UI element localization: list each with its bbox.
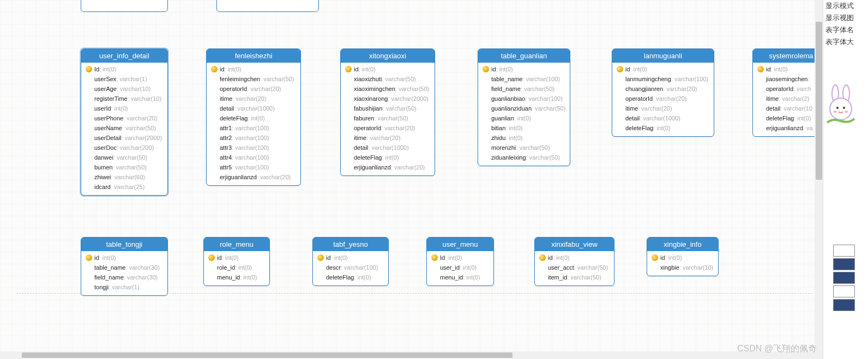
column-row[interactable]: deleteFlag: int(0) <box>316 272 385 282</box>
column-row[interactable]: xiaoxizhuti: varchar(50) <box>344 74 431 84</box>
table-header[interactable]: role_menu <box>204 238 269 251</box>
palette-swatch[interactable] <box>833 285 855 297</box>
table-table_tongji[interactable]: table_tongjiid: int(0)table_name: varcha… <box>81 237 168 296</box>
table-xingbie_info[interactable]: xingbie_infoid: int(0)xingbie: varchar(1… <box>647 237 719 276</box>
palette-swatch[interactable] <box>833 272 855 284</box>
column-row[interactable]: itime: varchar(20) <box>344 133 431 143</box>
table-header[interactable]: xitongxiaoxi <box>341 49 435 63</box>
column-row[interactable]: detail: varchar(1000) <box>344 143 431 153</box>
table-header[interactable]: table_guanlian <box>478 49 570 63</box>
column-row[interactable]: userSex: varchar(1) <box>85 74 164 84</box>
table-xinxifabu_view[interactable]: xinxifabu_viewid: int(0)user_acct: varch… <box>534 237 614 286</box>
column-row-pk[interactable]: id: int(0) <box>481 64 566 74</box>
vertical-scrollbar-thumb[interactable] <box>816 22 822 180</box>
table-tabf_yesno[interactable]: tabf_yesnoid: int(0)descr: varchar(100)d… <box>312 237 389 286</box>
column-row[interactable]: deleteFlag: int(0) <box>344 153 431 162</box>
column-row[interactable]: operatorId: varchar(20) <box>344 123 431 133</box>
column-row[interactable]: detail: varchar(1000) <box>210 104 297 113</box>
column-row[interactable]: field_name: varchar(50) <box>481 84 566 94</box>
table-header[interactable]: xingbie_info <box>647 238 718 251</box>
table-user_menu[interactable]: user_menuId: int(0)user_id: int(0)menu_i… <box>426 237 494 286</box>
column-row[interactable]: morenzhi: varchar(50) <box>481 143 566 153</box>
column-row[interactable]: menu_id: int(0) <box>430 272 490 282</box>
column-row[interactable]: userPhone: varchar(20) <box>85 113 164 123</box>
column-row[interactable]: attr2: varchar(100) <box>210 133 297 143</box>
column-row[interactable]: attr4: varchar(100) <box>210 153 297 162</box>
column-row-pk[interactable]: id: int(0) <box>210 64 297 74</box>
column-row[interactable]: guanlianziduan: varchar(50) <box>481 104 566 113</box>
column-row[interactable]: descr: varchar(100) <box>316 263 385 272</box>
column-row[interactable]: tongji: varchar(1) <box>85 282 164 292</box>
column-row[interactable]: xiaoximingchen: varchar(50) <box>344 84 431 94</box>
table-table_guanlian[interactable]: table_guanlianid: int(0)table_name: varc… <box>478 48 570 166</box>
column-row[interactable]: guanlian: int(0) <box>481 113 566 123</box>
column-row[interactable]: attr3: varchar(100) <box>210 143 297 153</box>
table-header[interactable]: user_menu <box>427 238 493 251</box>
column-row[interactable]: operatorId: varchar(20) <box>210 84 297 94</box>
column-row[interactable]: xiaoxinarong: varchar(2000) <box>344 94 431 104</box>
column-row[interactable]: operatorId: varchar(20) <box>616 94 710 104</box>
column-row[interactable]: bitian: int(0) <box>481 123 566 133</box>
horizontal-scrollbar-thumb[interactable] <box>22 352 513 358</box>
column-row[interactable]: deleteFlag: int(0) <box>616 123 710 133</box>
column-row[interactable]: faburen: varchar(50) <box>344 113 431 123</box>
column-row[interactable]: zhidu: int(0) <box>481 133 566 143</box>
column-row-pk[interactable]: Id: int(0) <box>85 64 164 74</box>
table-lanmuguanli[interactable]: lanmuguanliid: int(0)lanmumingcheng: var… <box>612 48 714 137</box>
column-row-pk[interactable]: id: int(0) <box>316 253 385 263</box>
column-row[interactable]: userDoc: varchar(200) <box>85 143 164 153</box>
column-row[interactable]: attr1: varchar(100) <box>210 123 297 133</box>
table-xitongxiaoxi[interactable]: xitongxiaoxiid: int(0)xiaoxizhuti: varch… <box>340 48 435 176</box>
column-row[interactable]: erjiguanlianzd: varchar(20) <box>344 162 431 172</box>
palette-swatch[interactable] <box>833 258 855 270</box>
color-palette[interactable] <box>833 243 855 311</box>
table-header[interactable]: user_info_detail <box>81 49 167 63</box>
column-row[interactable]: itime: varchar(20) <box>210 94 297 104</box>
table-user_info_detail[interactable]: user_info_detailId: int(0)userSex: varch… <box>81 48 168 196</box>
column-row-pk[interactable]: id: int(0) <box>344 64 431 74</box>
table-header[interactable]: fenleishezhi <box>207 49 300 63</box>
column-row[interactable]: field_name: varchar(30) <box>85 272 164 282</box>
column-row[interactable]: deleteFlag: int(0) <box>210 113 297 123</box>
column-row[interactable]: lanmumingcheng: varchar(100) <box>616 74 710 84</box>
horizontal-scrollbar[interactable] <box>0 351 815 359</box>
table-header[interactable]: xinxifabu_view <box>535 238 614 251</box>
column-row[interactable]: itime: varchar(20) <box>616 104 710 113</box>
column-row[interactable]: table_name: varchar(30) <box>85 263 164 272</box>
er-canvas[interactable]: user_info_detailId: int(0)userSex: varch… <box>0 0 823 359</box>
column-row-pk[interactable]: id: int(0) <box>207 253 266 263</box>
vertical-scrollbar[interactable] <box>815 0 823 359</box>
column-row-pk[interactable]: id: int(0) <box>538 253 611 263</box>
column-row[interactable]: user_acct: varchar(50) <box>538 263 611 272</box>
column-row[interactable]: idcard: varchar(25) <box>85 182 164 192</box>
palette-swatch[interactable] <box>833 245 855 257</box>
column-row-pk[interactable]: Id: int(0) <box>430 253 490 263</box>
palette-swatch[interactable] <box>833 299 855 311</box>
column-row[interactable]: erjiguanlianzd: varchar(20) <box>210 172 297 182</box>
table-header[interactable]: tabf_yesno <box>313 238 388 251</box>
column-row[interactable]: ziduanleixing: varchar(50) <box>481 153 566 162</box>
table-header[interactable]: lanmuguanli <box>612 49 714 63</box>
column-row[interactable]: table_name: varchar(100) <box>481 74 566 84</box>
column-row-pk[interactable]: id: int(0) <box>85 253 164 263</box>
partial-table-box[interactable] <box>216 0 319 12</box>
column-row[interactable]: detail: varchar(1000) <box>616 113 710 123</box>
column-row-pk[interactable]: id: int(0) <box>616 64 710 74</box>
table-fenleishezhi[interactable]: fenleishezhiid: int(0)fenleimingchen: va… <box>206 48 301 186</box>
column-row[interactable]: item_id: varchar(50) <box>538 272 611 282</box>
column-row[interactable]: userId: int(0) <box>85 104 164 113</box>
column-row[interactable]: userDetail: varchar(2000) <box>85 133 164 143</box>
column-row[interactable]: guanlianbiao: varchar(100) <box>481 94 566 104</box>
column-row[interactable]: bumen: varchar(50) <box>85 162 164 172</box>
column-row[interactable]: fabushijian: varchar(50) <box>344 104 431 113</box>
column-row[interactable]: menu_id: int(0) <box>207 272 266 282</box>
column-row-pk[interactable]: id: int(0) <box>650 253 715 263</box>
table-header[interactable]: table_tongji <box>81 238 167 251</box>
column-row[interactable]: xingbie: varchar(10) <box>650 263 715 272</box>
column-row[interactable]: user_id: int(0) <box>430 263 490 272</box>
partial-table-box[interactable] <box>81 0 168 12</box>
column-row[interactable]: role_id: int(0) <box>207 263 266 272</box>
column-row[interactable]: registerTime: varchar(10) <box>85 94 164 104</box>
column-row[interactable]: chuangjianren: varchar(20) <box>616 84 710 94</box>
column-row[interactable]: zhiwei: varchar(60) <box>85 172 164 182</box>
